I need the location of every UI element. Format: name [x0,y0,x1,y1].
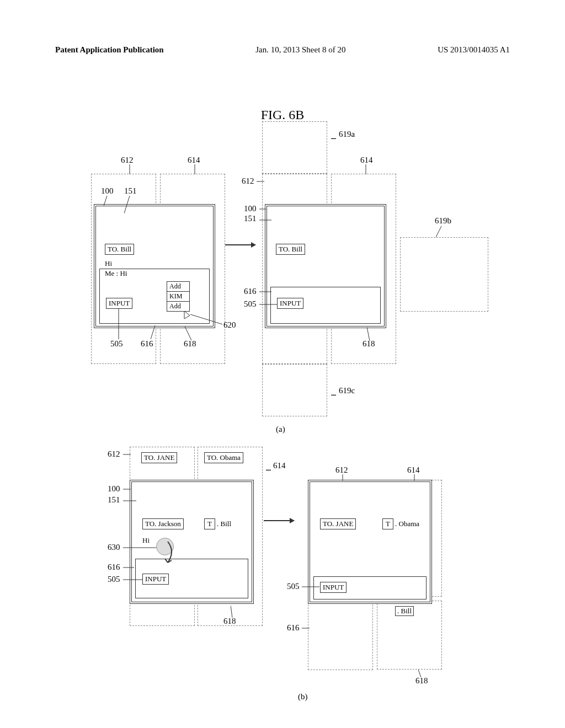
lbl-614-bL: 614 [273,461,286,470]
lbl-151-aR: 151 [244,214,257,223]
lbl-619c: 619c [339,386,355,395]
lbl-619b: 619b [435,216,451,226]
to-jane-bR: TO. JANE [320,518,356,529]
svg-line-6 [185,326,191,340]
t-box-bR: T [382,518,393,529]
kim-box: KIM [167,291,190,302]
input-bL[interactable]: INPUT [142,574,169,585]
lbl-618-bR: 618 [415,676,428,686]
dot-bill-bR: . Bill [395,606,414,616]
input-bR[interactable]: INPUT [320,582,347,593]
arrow-a [225,244,255,245]
sub-b: (b) [298,692,308,702]
lbl-505-bL: 505 [108,575,120,584]
box-619c [262,364,327,416]
lbl-100-aL: 100 [101,186,114,196]
dot-bill-bL: . Bill [217,520,231,528]
svg-line-3 [124,196,130,213]
header-right: US 2013/0014035 A1 [438,45,510,55]
lbl-614-bR: 614 [407,465,420,475]
svg-line-5 [151,325,155,339]
lbl-100-aR: 100 [244,204,257,213]
lbl-612-aL: 612 [121,156,134,165]
lbl-505-bR: 505 [287,582,300,591]
figure-title: FIG. 6B [261,108,305,122]
header-center: Jan. 10, 2013 Sheet 8 of 20 [255,45,345,55]
svg-line-12 [436,226,441,237]
lbl-614-aL: 614 [188,156,200,165]
svg-line-22 [231,606,232,618]
sub-a: (a) [276,425,285,434]
lbl-100-bL: 100 [108,484,120,494]
lbl-614-aR: 614 [360,156,373,165]
hi-bL: Hi [142,536,150,545]
lbl-612-bL: 612 [108,449,120,459]
lbl-151-aL: 151 [124,186,137,196]
svg-line-15 [367,327,370,341]
dot-obama-bR: . Obama [395,520,419,528]
arrow-b [264,520,294,521]
to-jane-bL: TO. JANE [141,452,177,463]
input-a-left[interactable]: INPUT [106,298,132,309]
lbl-505-aR: 505 [244,299,257,309]
diagram-area: TO. Bill Hi Me : Hi INPUT Add KIM Add 61… [0,121,565,728]
lbl-618-aL: 618 [184,339,196,349]
me-hi-a-left: Me : Hi [105,269,127,278]
svg-line-27 [418,670,421,677]
lbl-630-bL: 630 [108,543,120,552]
lbl-620-aL: 620 [223,320,236,330]
header-left: Patent Application Publication [55,45,164,55]
lbl-618-bL: 618 [223,617,236,626]
svg-line-2 [104,196,107,206]
lbl-619a: 619a [339,130,355,139]
lbl-616-bL: 616 [108,563,120,572]
lbl-616-bR: 616 [287,623,300,633]
to-jackson-bL: TO. Jackson [142,518,184,529]
svg-line-7 [190,314,222,324]
add-top[interactable]: Add [167,281,190,292]
lbl-612-bR: 612 [335,465,348,475]
lbl-612-aR: 612 [242,176,254,186]
box-619a [262,121,327,174]
lbl-616-aR: 616 [244,287,257,296]
lbl-151-bL: 151 [108,495,120,505]
t-box-bL: T [204,518,215,529]
to-obama-bL: TO. Obama [204,452,243,463]
to-bill-a-left: TO. Bill [105,244,134,255]
input-a-right[interactable]: INPUT [277,298,303,309]
to-bill-a-right: TO. Bill [276,244,305,255]
hi-a-left: Hi [105,259,112,268]
box-619b [400,237,488,312]
lbl-616-aL: 616 [141,339,153,349]
lbl-505-aL: 505 [110,339,123,349]
